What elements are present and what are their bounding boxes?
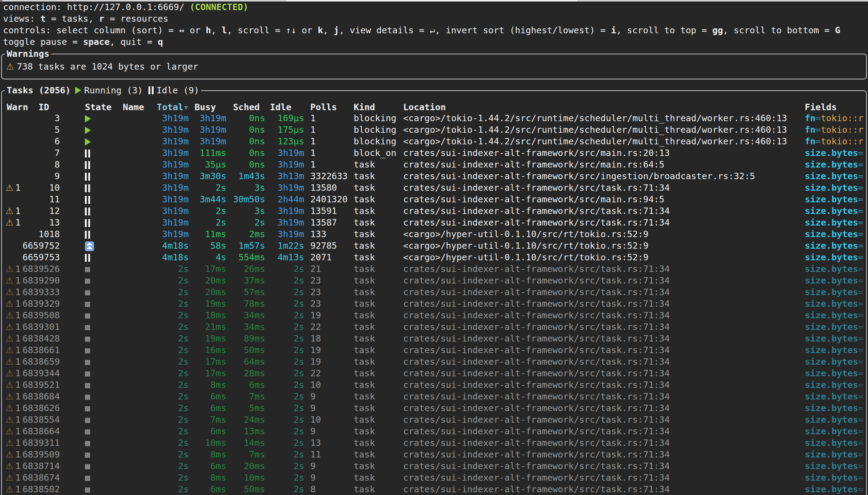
column-header-id[interactable]: ID	[38, 101, 49, 113]
field-key: size.bytes	[805, 473, 858, 483]
table-row[interactable]: ⚠168386592s17ms64ms2s19taskcrates/sui-in…	[2, 356, 866, 368]
cell-duration: 3h19m	[140, 136, 189, 147]
cell-duration: 2s	[262, 368, 304, 379]
cell-task-id: 6839508	[14, 309, 60, 321]
table-row[interactable]: 66597534m18s4s554ms4m13s2071task<cargo>/…	[2, 252, 866, 263]
cell-task-id: 6839329	[14, 298, 60, 309]
cell-fields: size.bytes=	[805, 379, 864, 391]
table-row[interactable]: ⚠168395262s17ms26ms2s21taskcrates/sui-in…	[2, 263, 866, 275]
cell-duration: 13ms	[222, 425, 265, 437]
play-icon	[85, 115, 91, 122]
cell-task-id: 6659753	[14, 252, 60, 263]
stop-icon	[85, 302, 90, 307]
warning-triangle-icon: ⚠	[5, 263, 14, 275]
cell-fields: fn=tokio::r	[805, 124, 864, 136]
warning-triangle-icon: ⚠	[5, 298, 14, 309]
help-text: ,	[323, 25, 334, 35]
help-line: connection: http://127.0.0.1:6669/ (CONN…	[3, 1, 248, 13]
field-equals: =	[858, 206, 864, 216]
table-row[interactable]: ⚠1133h19m2s2s3h19m13587taskcrates/sui-in…	[2, 217, 866, 228]
column-header-total[interactable]: Total▿	[140, 101, 189, 113]
table-row[interactable]: ⚠168384282s19ms89ms2s18taskcrates/sui-in…	[2, 332, 866, 344]
cell-task-id: 6838674	[14, 472, 60, 483]
cell-kind: task	[354, 472, 375, 483]
cell-state	[85, 263, 90, 275]
column-header-busy[interactable]: Busy	[195, 101, 216, 113]
table-row[interactable]: 10183h19m11ms2ms3h19m133task<cargo>/hype…	[2, 228, 866, 240]
stop-icon	[85, 371, 90, 377]
table-row[interactable]: 33h19m3h19m0ns169µs1blocking<cargo>/toki…	[2, 112, 866, 124]
column-header-idle[interactable]: Idle	[270, 101, 291, 113]
column-header-location[interactable]: Location	[403, 101, 446, 113]
column-header-fields[interactable]: Fields	[805, 101, 837, 113]
table-row[interactable]: ⚠168385022s6ms50ms2s8taskcrates/sui-inde…	[2, 483, 866, 495]
cell-kind: task	[354, 368, 375, 379]
cell-duration: 3h19m	[140, 112, 189, 124]
cell-duration: 2h44m	[262, 193, 304, 205]
warning-triangle-icon: ⚠	[5, 472, 14, 483]
table-row[interactable]: ⚠168385542s7ms24ms2s10taskcrates/sui-ind…	[2, 414, 866, 425]
cell-task-id: 6839521	[14, 379, 60, 391]
table-row[interactable]: ⚠168386262s6ms5ms2s9taskcrates/sui-index…	[2, 402, 866, 414]
cell-kind: task	[354, 170, 375, 182]
table-row[interactable]: ⚠168387142s6ms20ms2s9taskcrates/sui-inde…	[2, 460, 866, 472]
help-text: = tasks,	[46, 13, 99, 24]
table-row[interactable]: ⚠1123h19m2s3s3h19m13591taskcrates/sui-in…	[2, 205, 866, 217]
field-value: tokio::r	[821, 124, 864, 135]
table-row[interactable]: ⚠168393332s20ms57ms2s23taskcrates/sui-in…	[2, 286, 866, 298]
cell-duration: 3h19m	[140, 170, 189, 182]
cell-duration: 17ms	[184, 356, 226, 368]
table-row[interactable]: ⚠168393012s21ms34ms2s22taskcrates/sui-in…	[2, 321, 866, 332]
table-row[interactable]: 73h19m111ms0ns3h19m1block_oncrates/sui-i…	[2, 147, 866, 159]
stop-icon	[85, 337, 90, 342]
table-row[interactable]: ⚠168395092s8ms7ms2s11taskcrates/sui-inde…	[2, 449, 866, 460]
cell-duration: 4m18s	[140, 252, 189, 263]
field-equals: =	[858, 333, 864, 344]
cell-task-id: 6838714	[14, 460, 60, 472]
cell-fields: fn=tokio::r	[805, 112, 864, 124]
table-row[interactable]: ⚠168386742s8ms10ms2s9taskcrates/sui-inde…	[2, 472, 866, 483]
table-row[interactable]: ⚠168386612s16ms50ms2s19taskcrates/sui-in…	[2, 344, 866, 356]
table-row[interactable]: ⚠168393292s19ms78ms2s23taskcrates/sui-in…	[2, 298, 866, 309]
connection-status: (CONNECTED)	[190, 2, 248, 12]
table-row[interactable]: 83h19m35µs0ns3h19m1taskcrates/sui-indexe…	[2, 159, 866, 170]
table-row[interactable]: 113h19m3m44s30m50s2h44m2401320taskcrates…	[2, 193, 866, 205]
cell-location: crates/sui-indexer-alt-framework/src/tas…	[403, 182, 670, 193]
table-row[interactable]: ⚠168395082s18ms34ms2s19taskcrates/sui-in…	[2, 309, 866, 321]
column-header-warn[interactable]: Warn	[7, 101, 28, 113]
table-row[interactable]: 93h19m3m30s1m43s3h13m3322633taskcrates/s…	[2, 170, 866, 182]
table-row[interactable]: ⚠1103h19m2s3s3h19m13580taskcrates/sui-in…	[2, 182, 866, 193]
warning-triangle-icon: ⚠	[5, 309, 14, 321]
cell-kind: task	[354, 483, 375, 495]
cell-duration: 30m50s	[222, 193, 265, 205]
table-row[interactable]: ⚠168386642s6ms13ms2s9taskcrates/sui-inde…	[2, 425, 866, 437]
table-row[interactable]: ⚠168395212s8ms6ms2s10taskcrates/sui-inde…	[2, 379, 866, 391]
warning-triangle-icon: ⚠	[5, 205, 14, 217]
cell-state	[85, 147, 90, 159]
cell-duration: 2s	[140, 298, 189, 309]
cell-duration: 3h19m	[262, 205, 304, 217]
pause-icon	[85, 207, 90, 216]
cell-location: crates/sui-indexer-alt-framework/src/tas…	[403, 391, 670, 402]
table-row[interactable]: ⚠168393112s10ms14ms2s13taskcrates/sui-in…	[2, 437, 866, 449]
column-header-kind[interactable]: Kind	[354, 101, 375, 113]
cell-location: crates/sui-indexer-alt-framework/src/tas…	[403, 460, 670, 472]
table-row[interactable]: ⚠168393442s17ms28ms2s22taskcrates/sui-in…	[2, 368, 866, 379]
table-row[interactable]: ⚠168386842s6ms7ms2s9taskcrates/sui-index…	[2, 391, 866, 402]
cell-kind: task	[354, 402, 375, 414]
cell-location: crates/sui-indexer-alt-framework/src/tas…	[403, 437, 670, 449]
table-row[interactable]: ⚠168392902s20ms37ms2s23taskcrates/sui-in…	[2, 275, 866, 286]
warning-triangle-icon: ⚠	[5, 402, 14, 414]
cell-duration: 3s	[222, 182, 265, 193]
help-text: t	[40, 13, 46, 24]
table-row[interactable]: 53h19m3h19m0ns175µs1blocking<cargo>/toki…	[2, 124, 866, 136]
cell-duration: 175µs	[262, 124, 304, 136]
cell-fields: size.bytes=	[805, 147, 864, 159]
cell-task-id: 6838684	[14, 391, 60, 402]
column-header-polls[interactable]: Polls	[310, 101, 337, 113]
cell-polls: 11	[310, 449, 321, 460]
column-header-state[interactable]: State	[85, 101, 112, 113]
table-row[interactable]: 66597524m18s58s1m57s1m22s92785task<cargo…	[2, 240, 866, 252]
table-row[interactable]: 63h19m3h19m0ns123µs1blocking<cargo>/toki…	[2, 136, 866, 147]
column-header-sched[interactable]: Sched	[233, 101, 260, 113]
